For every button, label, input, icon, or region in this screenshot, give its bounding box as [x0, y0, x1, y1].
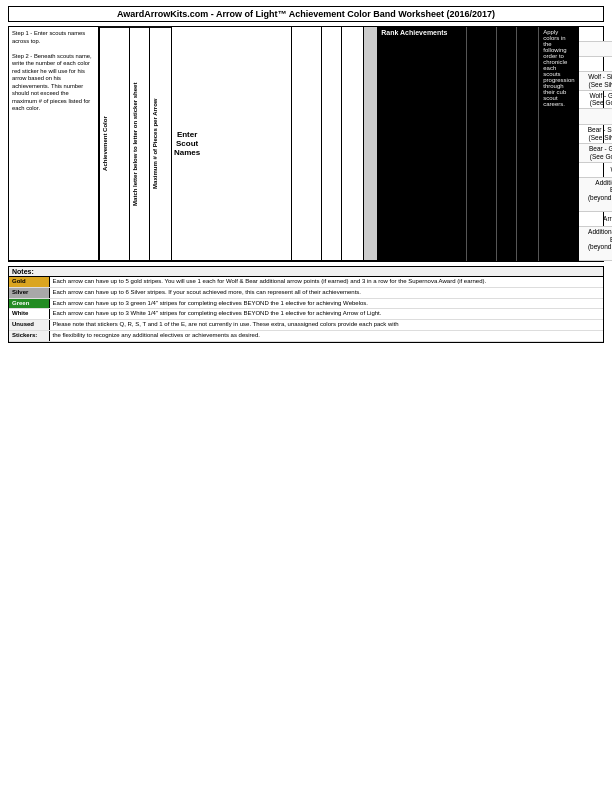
col-header-achievement-color: Achievement Color	[99, 27, 129, 260]
table-row: Bear Aqua(teal) F 1	[579, 109, 612, 125]
row-name: Bear - Silver Arrow Point(See Silver Not…	[579, 125, 612, 143]
table-row: Bear - Gold Arrow Point(See Gold Note Be…	[579, 144, 612, 163]
row-name: Wolf - Gold Arrow Point(See Gold Note Be…	[579, 91, 612, 109]
note-text: Each arrow can have up to 6 Silver strip…	[49, 287, 603, 298]
notes-title: Notes:	[9, 267, 603, 277]
notes-section: Notes: Gold Each arrow can have up to 5 …	[8, 266, 604, 343]
note-text: Each arrow can have up to 3 green 1/4" s…	[49, 298, 603, 309]
rank-section-header: Rank Achievements Apply colors in the fo…	[377, 27, 578, 261]
row-name: Tiger	[579, 42, 612, 56]
note-row: Gold Each arrow can have up to 5 gold st…	[9, 277, 603, 287]
note-row: Unused Please note that stickers Q, R, S…	[9, 320, 603, 331]
note-row: Stickers: the flexibility to recognize a…	[9, 330, 603, 341]
row-name: Additional Arrow of Light Electives(beyo…	[579, 227, 612, 260]
rank-section-label: Rank Achievements	[377, 27, 467, 261]
table-row: Tiger Orange B 1	[579, 42, 612, 57]
note-row: Green Each arrow can have up to 3 green …	[9, 298, 603, 309]
note-label: Unused	[9, 320, 49, 331]
rank-section-note: Apply colors in the following order to c…	[539, 27, 578, 261]
table-row: Additional Webelos Electives(beyond the …	[579, 178, 612, 212]
row-name: Bobcat	[579, 27, 612, 41]
row-name: Arrow of Light	[579, 212, 612, 226]
note-label: Gold	[9, 277, 49, 287]
row-name: Wolf - Silver Arrow Point(See Silver Not…	[579, 72, 612, 90]
note-row: White Each arrow can have up to 3 White …	[9, 309, 603, 320]
row-name: Bear - Gold Arrow Point(See Gold Note Be…	[579, 144, 612, 162]
note-text: Please note that stickers Q, R, S, T and…	[49, 320, 603, 331]
main-table: Step 1 - Enter scouts names across top. …	[8, 26, 604, 262]
note-text: Each arrow can have up to 5 gold stripes…	[49, 277, 603, 287]
note-label: Green	[9, 298, 49, 309]
table-row: Bear - Silver Arrow Point(See Silver Not…	[579, 125, 612, 144]
table-row: Webelos Blue G 1	[579, 163, 612, 178]
step1-text: Step 1 - Enter scouts names across top.	[12, 30, 85, 44]
table-row: Additional Arrow of Light Electives(beyo…	[579, 227, 612, 261]
enter-scout-names-header: Enter Scout Names	[172, 27, 202, 260]
note-label: Stickers:	[9, 330, 49, 341]
notes-table: Gold Each arrow can have up to 5 gold st…	[9, 277, 603, 342]
instructions-panel: Step 1 - Enter scouts names across top. …	[9, 27, 99, 260]
step2-text: Step 2 - Beneath scouts name, write the …	[12, 53, 92, 112]
col-header-max-pieces: Maximum # of Pieces per Arrow	[149, 27, 171, 260]
row-name: Additional Webelos Electives(beyond the …	[579, 178, 612, 211]
note-text: the flexibility to recognize any additio…	[49, 330, 603, 341]
row-name: Wolf	[579, 57, 612, 71]
note-label: Silver	[9, 287, 49, 298]
table-row: Wolf Red C1 1	[579, 57, 612, 72]
table-row: Arrow of Light Yellow K 1	[579, 212, 612, 227]
scout-name-row	[364, 27, 377, 260]
row-name: Webelos	[579, 163, 612, 177]
table-row: Wolf - Gold Arrow Point(See Gold Note Be…	[579, 91, 612, 110]
col-header-match-letter: Match letter below to letter on sticker …	[129, 27, 149, 260]
page-title: AwardArrowKits.com - Arrow of Light™ Ach…	[8, 6, 604, 22]
table-row: Wolf - Silver Arrow Point(See Silver Not…	[579, 72, 612, 91]
table-row: Bobcat Black A 1	[579, 27, 612, 42]
row-name: Bear	[579, 109, 612, 124]
note-label: White	[9, 309, 49, 320]
note-row: Silver Each arrow can have up to 6 Silve…	[9, 287, 603, 298]
rank-rows: Bobcat Black A 1 Tiger Orange B 1 Wolf R…	[579, 27, 612, 261]
note-text: Each arrow can have up to 3 White 1/4" s…	[49, 309, 603, 320]
